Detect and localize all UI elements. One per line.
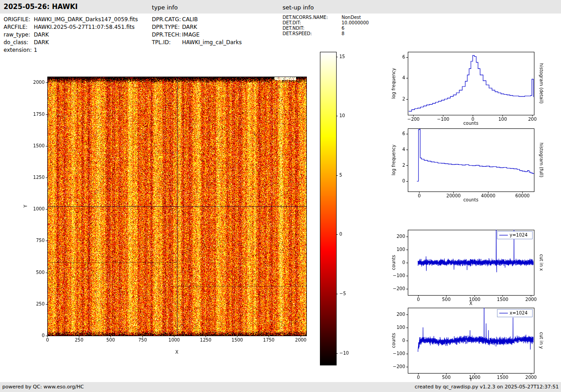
meta-label: TPL.ID: <box>152 39 171 46</box>
footer-bar: powered by QC: www.eso.org/HC created by… <box>0 382 561 392</box>
meta-label: DET.NCORRS.NAME: <box>283 15 328 20</box>
meta-value: 8 <box>342 31 344 36</box>
section-setup-info: set-up info <box>283 4 314 11</box>
meta-label: DPR.TYPE: <box>152 24 180 30</box>
footer-right: created by qc_rawdisp.py v1.2.3 on 2025-… <box>415 384 559 390</box>
meta-value: 6 <box>342 26 344 31</box>
meta-label: DET.RSPEED: <box>283 31 312 36</box>
cut-in-y-plot <box>381 299 561 387</box>
meta-value: HAWKI_img_cal_Darks <box>182 39 242 46</box>
meta-value: CALIB <box>182 16 198 23</box>
meta-value: 10.0000000 <box>342 20 369 25</box>
meta-label: DPR.CATG: <box>152 16 181 23</box>
header-bar: 2025-05-26: HAWKI type info set-up info <box>0 0 561 14</box>
meta-value: 1 <box>34 47 37 53</box>
meta-label: DET.NDIT: <box>283 26 305 31</box>
page-title: 2025-05-26: HAWKI <box>4 3 78 11</box>
meta-label: DPR.TECH: <box>152 32 181 38</box>
meta-label: do_class: <box>4 39 28 46</box>
meta-value: DARK <box>34 32 49 38</box>
cut-in-x-plot <box>381 221 561 306</box>
meta-label: DET.DIT: <box>283 20 301 25</box>
meta-value: IMAGE <box>182 32 200 38</box>
meta-value: DARK <box>34 39 49 46</box>
meta-label: ORIGFILE: <box>4 16 30 23</box>
meta-label: extension: <box>4 47 32 53</box>
histogram-full-plot <box>381 119 561 205</box>
colorbar <box>315 47 360 372</box>
meta-label: raw_type: <box>4 32 30 38</box>
histogram-detail-plot <box>381 43 561 128</box>
meta-value: HAWKI.2025-05-27T11:07:58.451.fits <box>34 24 135 30</box>
section-type-info: type info <box>152 4 178 11</box>
meta-value: NonDest <box>342 15 361 20</box>
main-heatmap-plot <box>18 65 324 372</box>
footer-left: powered by QC: www.eso.org/HC <box>2 384 84 390</box>
qc-report-page: 2025-05-26: HAWKI type info set-up info … <box>0 0 561 392</box>
meta-value: HAWKI_IMG_DARK_Darks147_0059.fits <box>34 16 138 23</box>
meta-label: ARCFILE: <box>4 24 27 30</box>
meta-value: DARK <box>182 24 197 30</box>
